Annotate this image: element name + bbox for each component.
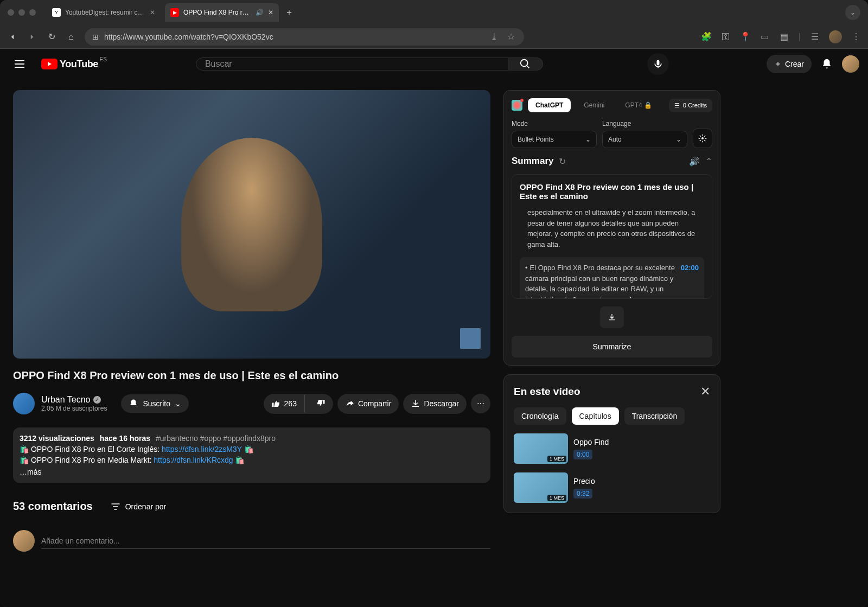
- tab-chapters[interactable]: Capítulos: [572, 407, 619, 425]
- install-icon[interactable]: ⤓: [488, 31, 499, 42]
- maximize-window[interactable]: [29, 9, 36, 16]
- desc-link-1[interactable]: https://dfsn.link/2zsM3Y: [162, 445, 242, 453]
- video-player[interactable]: [13, 90, 490, 359]
- summary-bullet[interactable]: El Oppo Find X8 Pro destaca por su excel…: [520, 257, 704, 299]
- bullet-text: El Oppo Find X8 Pro destaca por su excel…: [525, 264, 675, 299]
- model-tab-chatgpt[interactable]: ChatGPT: [528, 98, 571, 112]
- video-title: OPPO Find X8 Pro review con 1 mes de uso…: [13, 369, 490, 382]
- close-icon[interactable]: ✕: [700, 385, 710, 399]
- language-select[interactable]: Auto ⌄: [602, 131, 687, 148]
- location-icon[interactable]: 📍: [740, 31, 751, 42]
- bullet-timestamp[interactable]: 02:00: [681, 263, 699, 299]
- menu-icon[interactable]: ⋮: [851, 31, 861, 42]
- sort-label: Ordenar por: [125, 502, 166, 511]
- extension-settings-button[interactable]: [693, 129, 712, 148]
- summary-header: Summary ↻ 🔊 ⌃: [512, 156, 712, 167]
- collapse-icon[interactable]: ⌃: [705, 156, 712, 167]
- svg-point-0: [521, 60, 528, 67]
- tab-timeline[interactable]: Cronología: [514, 407, 566, 425]
- close-tab-icon[interactable]: ✕: [268, 9, 273, 16]
- model-tab-gpt4[interactable]: GPT4 🔒: [617, 98, 660, 112]
- site-settings-icon[interactable]: ⊞: [92, 33, 99, 41]
- chapter-time[interactable]: 0:32: [573, 489, 592, 499]
- download-button[interactable]: Descargar: [403, 394, 467, 414]
- chapter-item[interactable]: 1 MES Precio 0:32: [514, 472, 710, 503]
- speaker-icon[interactable]: 🔊: [689, 156, 700, 167]
- chapter-item[interactable]: 1 MES Oppo Find 0:00: [514, 433, 710, 464]
- voice-search-button[interactable]: [647, 53, 669, 75]
- new-tab-button[interactable]: ＋: [283, 7, 295, 18]
- url-bar[interactable]: ⊞ https://www.youtube.com/watch?v=QIOXKb…: [85, 28, 524, 46]
- browser-tab-2[interactable]: ▶ OPPO Find X8 Pro review 🔊 ✕: [165, 3, 279, 22]
- video-actions: 263 Compartir Descargar: [264, 394, 490, 414]
- desc-line-1: 🛍️ OPPO Find X8 Pro en El Corte Inglés: …: [20, 445, 484, 453]
- summary-paragraph: especialmente en el ultrawide y el zoom …: [520, 207, 704, 250]
- create-button[interactable]: ＋ Crear: [767, 55, 812, 73]
- chapter-time[interactable]: 0:00: [573, 450, 592, 459]
- download-label: Descargar: [424, 399, 459, 408]
- hashtags[interactable]: #urbantecno #oppo #oppofindx8pro: [156, 434, 276, 443]
- channel-avatar[interactable]: [13, 393, 35, 414]
- summary-content[interactable]: OPPO Find X8 Pro review con 1 mes de uso…: [512, 174, 712, 299]
- mode-select[interactable]: Bullet Points ⌄: [512, 131, 597, 148]
- sort-button[interactable]: Ordenar por: [110, 501, 166, 512]
- share-button[interactable]: Compartir: [337, 394, 399, 414]
- reload-button[interactable]: ↻: [46, 31, 58, 43]
- reader-icon[interactable]: ▤: [779, 31, 790, 42]
- home-button[interactable]: ⌂: [65, 31, 77, 43]
- dislike-button[interactable]: [308, 394, 333, 414]
- list-icon: ☰: [674, 102, 680, 109]
- view-count: 3212 visualizaciones: [20, 434, 94, 443]
- user-comment-avatar[interactable]: [13, 530, 35, 552]
- desc-link-2[interactable]: https://dfsn.link/KRcxdg: [154, 456, 233, 464]
- traffic-lights: [8, 9, 36, 16]
- forward-button[interactable]: [26, 31, 38, 43]
- sidepanel-icon[interactable]: ☰: [809, 31, 820, 42]
- minimize-window[interactable]: [18, 9, 25, 16]
- channel-name[interactable]: Urban Tecno ✓: [41, 395, 107, 405]
- like-button[interactable]: 263: [264, 394, 305, 413]
- close-window[interactable]: [8, 9, 14, 16]
- subscribe-button[interactable]: Suscrito ⌄: [121, 394, 189, 413]
- tab-transcript[interactable]: Transcripción: [624, 407, 685, 425]
- comment-input[interactable]: [41, 533, 490, 549]
- channel-watermark[interactable]: [460, 328, 481, 349]
- header-actions: ＋ Crear: [767, 53, 859, 75]
- show-more-button[interactable]: …más: [20, 468, 484, 476]
- more-actions-button[interactable]: ⋯: [471, 394, 490, 413]
- language-label: Language: [602, 120, 687, 127]
- primary-column: OPPO Find X8 Pro review con 1 mes de uso…: [13, 90, 490, 596]
- back-button[interactable]: [7, 31, 18, 43]
- notifications-button[interactable]: [816, 53, 838, 75]
- tab-dropdown[interactable]: ⌄: [845, 5, 860, 20]
- chevron-down-icon: ⌄: [175, 399, 181, 408]
- credits-badge[interactable]: ☰ 0 Credits: [669, 99, 712, 112]
- model-tab-gemini[interactable]: Gemini: [576, 98, 612, 112]
- download-summary-button[interactable]: [600, 306, 624, 328]
- user-avatar[interactable]: [842, 55, 859, 73]
- search-input[interactable]: [196, 57, 508, 71]
- hamburger-menu[interactable]: [9, 53, 30, 75]
- audio-icon[interactable]: 🔊: [256, 9, 264, 16]
- comments-header: 53 comentarios Ordenar por: [13, 500, 490, 513]
- youtube-logo[interactable]: YouTube ES: [41, 59, 98, 70]
- search-container: [196, 57, 543, 71]
- description-box[interactable]: 3212 visualizaciones hace 16 horas #urba…: [13, 427, 490, 483]
- bookmark-icon[interactable]: ☆: [506, 31, 516, 42]
- close-tab-icon[interactable]: ✕: [150, 9, 155, 16]
- extensions-icon[interactable]: 🧩: [701, 31, 712, 42]
- password-icon[interactable]: ⚿: [720, 31, 731, 42]
- subscriber-count: 2,05 M de suscriptores: [41, 405, 107, 412]
- search-button[interactable]: [508, 57, 543, 71]
- profile-avatar[interactable]: [829, 30, 842, 43]
- extension-controls: Mode Bullet Points ⌄ Language Auto ⌄: [512, 120, 712, 148]
- summarize-button[interactable]: Summarize: [512, 336, 712, 357]
- extension-logo-icon[interactable]: [512, 100, 522, 111]
- channel-info: Urban Tecno ✓ 2,05 M de suscriptores: [41, 395, 107, 412]
- subscribe-label: Suscrito: [143, 399, 170, 408]
- payment-icon[interactable]: ▭: [760, 31, 770, 42]
- chapter-thumbnail: 1 MES: [514, 433, 568, 464]
- refresh-icon[interactable]: ↻: [559, 156, 566, 167]
- browser-tab-1[interactable]: Y YoutubeDigest: resumir con C ✕: [47, 3, 161, 22]
- youtube-header: YouTube ES ＋ Crear: [0, 49, 868, 79]
